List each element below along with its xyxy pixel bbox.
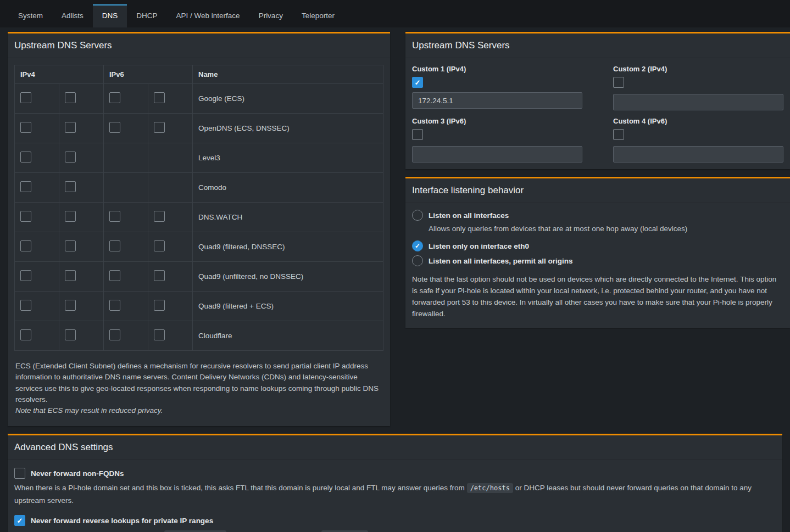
dns-server-checkbox[interactable] [20, 92, 31, 103]
upstream-dns-table-header: Upstream DNS Servers [8, 33, 390, 58]
custom-dns-input[interactable] [412, 146, 582, 163]
dns-server-checkbox[interactable] [65, 240, 76, 251]
tab-teleporter[interactable]: Teleporter [292, 4, 344, 27]
dns-checkbox-cell [148, 84, 193, 114]
custom-dns-checkbox-row [412, 77, 582, 88]
dns-server-checkbox[interactable] [109, 300, 120, 311]
tab-api-web-interface[interactable]: API / Web interface [167, 4, 249, 27]
custom-dns-checkbox-row [613, 77, 783, 89]
panel-title: Upstream DNS Servers [14, 40, 383, 51]
dns-server-name: Quad9 (filtered, DNSSEC) [193, 232, 383, 262]
dns-checkbox-cell [148, 173, 193, 203]
dns-server-checkbox[interactable] [109, 329, 120, 340]
custom-dns-input[interactable] [613, 94, 783, 110]
dns-checkbox-cell [15, 232, 59, 262]
dns-server-checkbox[interactable] [154, 270, 165, 281]
dns-server-name: Comodo [193, 173, 383, 203]
dns-server-checkbox[interactable] [109, 122, 120, 133]
dns-server-name: OpenDNS (ECS, DNSSEC) [193, 114, 383, 143]
ecs-privacy-note: Note that ECS may result in reduced priv… [15, 405, 382, 416]
dns-checkbox-cell [59, 292, 104, 321]
custom-dns-field-2: Custom 2 (IPv4) [613, 65, 783, 110]
listening-note: Note that the last option should not be … [412, 274, 783, 320]
tab-system[interactable]: System [9, 4, 52, 27]
custom-dns-panel: Upstream DNS Servers Custom 1 (IPv4)Cust… [405, 32, 790, 169]
dns-checkbox-cell [104, 292, 148, 321]
dns-server-checkbox[interactable] [20, 300, 31, 311]
dns-server-checkbox[interactable] [20, 240, 31, 251]
custom-dns-checkbox[interactable] [613, 129, 624, 140]
dns-checkbox-cell [104, 114, 148, 143]
dns-server-checkbox[interactable] [65, 181, 76, 192]
dns-server-checkbox[interactable] [65, 92, 76, 103]
dns-checkbox-cell [15, 292, 59, 321]
custom-dns-checkbox[interactable] [412, 77, 423, 88]
listening-radio[interactable] [412, 240, 423, 251]
custom-dns-input[interactable] [613, 146, 783, 163]
dns-server-checkbox[interactable] [20, 329, 31, 340]
upstream-dns-row: Cloudflare [15, 321, 383, 351]
dns-checkbox-cell [15, 143, 59, 173]
custom-dns-input[interactable] [412, 92, 582, 109]
dns-server-checkbox[interactable] [20, 211, 31, 222]
panel-title: Advanced DNS settings [14, 442, 776, 453]
dns-server-checkbox[interactable] [20, 152, 31, 163]
settings-tabs: SystemAdlistsDNSDHCPAPI / Web interfaceP… [0, 0, 790, 27]
custom-dns-label: Custom 3 (IPv6) [412, 117, 582, 125]
upstream-dns-row: Quad9 (filtered, DNSSEC) [15, 232, 383, 262]
dns-checkbox-cell [148, 292, 193, 321]
dns-server-checkbox[interactable] [109, 270, 120, 281]
dns-server-checkbox[interactable] [65, 152, 76, 163]
never-forward-non-fqdn-checkbox[interactable] [14, 468, 25, 479]
dns-server-checkbox[interactable] [109, 92, 120, 103]
dns-checkbox-cell [15, 262, 59, 292]
upstream-dns-row: Quad9 (unfiltered, no DNSSEC) [15, 262, 383, 292]
never-forward-private-label: Never forward reverse lookups for privat… [31, 517, 213, 525]
never-forward-private-option: Never forward reverse lookups for privat… [14, 515, 776, 526]
dns-server-checkbox[interactable] [65, 122, 76, 133]
dns-checkbox-cell [59, 114, 104, 143]
never-forward-private-checkbox[interactable] [14, 515, 25, 526]
dns-checkbox-cell [104, 262, 148, 292]
dns-server-checkbox[interactable] [154, 122, 165, 133]
description-text: When there is a Pi-hole domain set and t… [14, 484, 467, 492]
etc-hosts-code: /etc/hosts [467, 483, 513, 493]
dns-checkbox-cell [104, 143, 148, 173]
dns-server-checkbox[interactable] [154, 240, 165, 251]
dns-server-checkbox[interactable] [20, 270, 31, 281]
tab-privacy[interactable]: Privacy [249, 4, 292, 27]
dns-checkbox-cell [59, 262, 104, 292]
dns-server-checkbox[interactable] [65, 300, 76, 311]
dns-checkbox-cell [104, 203, 148, 232]
listening-radio[interactable] [412, 210, 423, 221]
dns-server-checkbox[interactable] [154, 211, 165, 222]
dns-server-checkbox[interactable] [109, 240, 120, 251]
upstream-dns-row: Comodo [15, 173, 383, 203]
dns-server-checkbox[interactable] [154, 300, 165, 311]
panel-title: Interface listening behavior [412, 185, 783, 196]
tab-adlists[interactable]: Adlists [52, 4, 93, 27]
dns-server-checkbox[interactable] [65, 329, 76, 340]
custom-dns-checkbox[interactable] [412, 129, 423, 140]
custom-dns-checkbox[interactable] [613, 77, 624, 88]
advanced-dns-header: Advanced DNS settings [8, 435, 782, 460]
interface-listening-panel: Interface listening behavior Listen on a… [405, 177, 790, 328]
dns-server-checkbox[interactable] [20, 181, 31, 192]
dns-server-checkbox[interactable] [20, 122, 31, 133]
listening-radio[interactable] [412, 255, 423, 266]
dns-server-checkbox[interactable] [65, 270, 76, 281]
dns-checkbox-cell [59, 173, 104, 203]
dns-server-checkbox[interactable] [154, 92, 165, 103]
dns-checkbox-cell [15, 173, 59, 203]
custom-dns-header: Upstream DNS Servers [405, 33, 790, 58]
column-header-ipv6: IPv6 [104, 65, 193, 84]
dns-server-checkbox[interactable] [109, 211, 120, 222]
tab-dns[interactable]: DNS [93, 4, 127, 27]
tab-dhcp[interactable]: DHCP [127, 4, 166, 27]
listening-option-description: Allows only queries from devices that ar… [429, 223, 783, 234]
dns-server-checkbox[interactable] [65, 211, 76, 222]
dns-server-checkbox[interactable] [154, 329, 165, 340]
custom-dns-label: Custom 1 (IPv4) [412, 65, 582, 73]
column-header-ipv4: IPv4 [15, 65, 104, 84]
advanced-dns-panel: Advanced DNS settings Never forward non-… [8, 434, 782, 532]
